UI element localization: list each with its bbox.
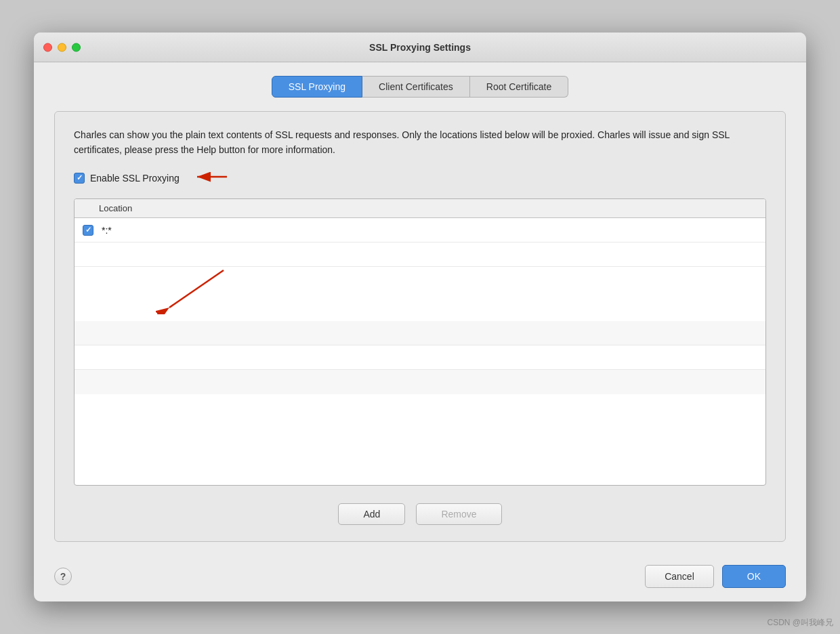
add-remove-button-row: Add Remove — [74, 503, 766, 525]
minimize-button[interactable] — [58, 43, 66, 51]
row-checkmark-icon: ✓ — [85, 226, 91, 234]
enable-ssl-proxying-label: Enable SSL Proxying — [90, 173, 180, 184]
tab-bar: SSL Proxying Client Certificates Root Ce… — [54, 76, 786, 98]
row-checkbox[interactable]: ✓ — [83, 225, 93, 236]
bottom-bar: ? Cancel OK — [34, 555, 806, 601]
location-table: Location ✓ *:* — [74, 198, 766, 486]
row-location-value: *:* — [102, 225, 112, 236]
titlebar: SSL Proxying Settings — [34, 33, 806, 62]
add-button[interactable]: Add — [338, 503, 405, 525]
window-title: SSL Proxying Settings — [369, 42, 471, 53]
main-content: SSL Proxying Client Certificates Root Ce… — [34, 62, 806, 555]
remove-button[interactable]: Remove — [416, 503, 501, 525]
description-text: Charles can show you the plain text cont… — [74, 128, 766, 157]
table-row[interactable]: ✓ *:* — [75, 218, 765, 242]
help-button[interactable]: ? — [54, 568, 72, 585]
ssl-proxying-panel: Charles can show you the plain text cont… — [54, 111, 786, 542]
bottom-action-buttons: Cancel OK — [645, 565, 786, 588]
checkmark-icon: ✓ — [77, 174, 83, 182]
close-button[interactable] — [43, 43, 52, 51]
tab-root-certificate[interactable]: Root Certificate — [470, 76, 568, 98]
location-column-header: Location — [83, 203, 132, 213]
table-header: Location — [75, 199, 765, 218]
annotation-arrow-right — [192, 169, 229, 186]
table-row-empty-4 — [75, 370, 765, 394]
tab-client-certificates[interactable]: Client Certificates — [362, 76, 470, 98]
tab-ssl-proxying[interactable]: SSL Proxying — [272, 76, 362, 98]
cancel-button[interactable]: Cancel — [645, 565, 714, 588]
maximize-button[interactable] — [72, 43, 81, 51]
table-row-empty-2 — [75, 321, 765, 345]
svg-line-3 — [169, 270, 224, 308]
enable-ssl-proxying-row: ✓ Enable SSL Proxying — [74, 169, 766, 186]
watermark: CSDN @叫我峰兄 — [767, 617, 833, 629]
table-annotation-container — [75, 267, 765, 321]
table-body: ✓ *:* — [75, 218, 765, 394]
annotation-arrow-diagonal — [156, 267, 237, 314]
table-row-empty-3 — [75, 345, 765, 370]
enable-ssl-proxying-checkbox[interactable]: ✓ — [74, 173, 85, 184]
traffic-lights — [43, 43, 81, 51]
table-row-empty-1 — [75, 242, 765, 267]
ok-button[interactable]: OK — [722, 565, 786, 588]
dialog-window: SSL Proxying Settings SSL Proxying Clien… — [34, 33, 806, 601]
